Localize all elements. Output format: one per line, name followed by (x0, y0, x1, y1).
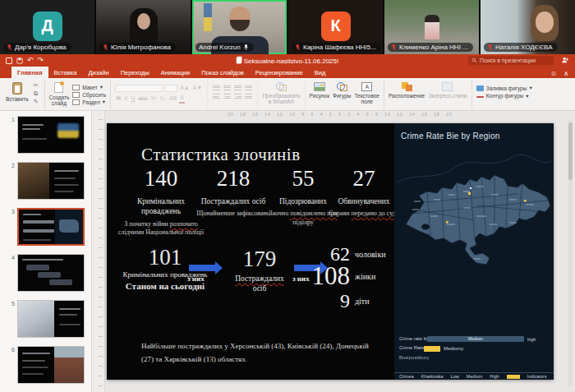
arrange-button[interactable]: Расположение (389, 81, 425, 99)
map-marker-east (524, 200, 527, 202)
align-left-icon[interactable] (212, 93, 221, 100)
search-placeholder: Поиск в презентации (480, 58, 536, 63)
format-painter-icon[interactable]: ✎ (32, 99, 40, 105)
thumbnail-slide-5[interactable]: 5 (5, 300, 91, 338)
underline-button[interactable]: Ч (131, 95, 136, 103)
participant-tile-yuliia[interactable]: Юлія Митрофанова (96, 0, 191, 54)
textbox-button[interactable]: A Текстовоеполе (354, 81, 380, 105)
participant-tile-darya[interactable]: Д Дар'я Коробцова (0, 0, 94, 54)
legend-slider[interactable]: Medium (427, 336, 524, 342)
breakdown-children-value: 9 (304, 290, 350, 312)
numbering-icon[interactable] (223, 84, 232, 91)
collapse-ribbon-icon[interactable]: ∧ (564, 70, 568, 77)
tab-view[interactable]: Вид (309, 67, 332, 78)
clipboard-group: Вставить ✂ ⧉ ✎ (2, 80, 45, 109)
shape-fill-button[interactable]: Заливка фигуры▾ (476, 85, 532, 91)
picture-icon (314, 82, 325, 91)
ribbon: Вставить ✂ ⧉ ✎ Создатьслайд Макет▾ Сброс… (0, 78, 575, 111)
tab-slideshow[interactable]: Показ слайдов (196, 67, 250, 78)
section-button[interactable]: Раздел▾ (72, 99, 106, 105)
documents-image (18, 301, 54, 337)
map-legend: Crime rate by Medium high Crime Rate Med… (394, 335, 554, 362)
strikethrough-button[interactable]: abc (137, 95, 148, 103)
participant-tile-andrei-speaking[interactable]: Andrei Korzun (192, 0, 287, 54)
slide-canvas-area: 20 · 18 · 16 · 14 · 12 · 10 · 8 · 6 · 4 … (105, 111, 575, 392)
participant-name-badge: Наталія ХОДЄЄВА (484, 43, 558, 52)
textbox-icon: A (361, 82, 372, 91)
avatar: Д (33, 12, 62, 41)
legend-yellow-swatch (424, 346, 440, 352)
picture-button[interactable]: Рисунок (310, 81, 330, 99)
breakdown-men-label: чоловіки (355, 250, 386, 259)
paste-icon (12, 82, 22, 95)
thumbnail-slide-1[interactable]: 1 (5, 116, 91, 154)
participant-name-badge: Каріна Шафєєва ННІ5... (292, 43, 381, 52)
indent-increase-icon[interactable] (244, 84, 253, 91)
thumbnail-slide-4[interactable]: 4 (5, 254, 91, 292)
participant-name-badge: Дар'я Коробцова (3, 43, 71, 52)
tab-review[interactable]: Рецензирование (250, 67, 309, 78)
participant-tile-natalia[interactable]: Наталія ХОДЄЄВА (481, 0, 575, 54)
muted-mic-icon (103, 44, 108, 51)
font-size-select[interactable] (164, 85, 177, 92)
grow-font-button[interactable]: A▲ (179, 84, 191, 92)
paste-button[interactable]: Вставить (6, 81, 29, 102)
thumbnail-slide-6[interactable]: 6 (5, 346, 91, 384)
tab-transitions[interactable]: Переходы (115, 67, 155, 78)
screenshot-root: Д Дар'я Коробцова Юлія Митрофанова Andre… (0, 0, 575, 392)
character-spacing-button[interactable]: АВ (168, 95, 177, 103)
align-right-icon[interactable] (233, 93, 242, 100)
shape-outline-icon (476, 96, 484, 98)
shape-outline-button[interactable]: Контур фигуры▾ (476, 93, 532, 99)
subscript-button[interactable]: X₂ (159, 95, 167, 103)
slide-canvas[interactable]: Статистика злочинів 140 Кримінальних про… (107, 123, 554, 380)
feedback-smiley-icon[interactable]: ☺ (550, 70, 557, 77)
participant-tile-klymenko[interactable]: Клименко Аріна ННІ ... (384, 0, 479, 54)
tab-home[interactable]: Главная (12, 67, 48, 78)
italic-button[interactable]: К (124, 95, 129, 103)
participant-name-badge: Юлія Митрофанова (99, 43, 176, 52)
bold-button[interactable]: Ж (115, 95, 122, 103)
slide-footnote: Найбільше постраждалих у Херсонській (43… (141, 339, 371, 366)
justify-icon[interactable] (244, 93, 253, 100)
muted-mic-icon (391, 44, 397, 51)
thumbnail-slide-3-selected[interactable]: 3 (5, 208, 91, 246)
cut-icon[interactable]: ✂ (32, 82, 40, 89)
new-slide-icon (54, 82, 63, 93)
share-user-icon[interactable] (561, 56, 569, 64)
app-icon (6, 58, 12, 64)
arrange-group: Расположение Экспресс-стили (384, 80, 472, 109)
bullets-icon[interactable] (212, 84, 221, 91)
shapes-button[interactable]: Фигуры (333, 81, 351, 99)
new-slide-button[interactable]: Создатьслайд (49, 81, 70, 107)
font-name-select[interactable] (115, 85, 163, 92)
slide-title: Статистика злочинів (141, 145, 301, 165)
slides-group: Создатьслайд Макет▾ Сбросить Раздел▾ (45, 80, 112, 109)
tab-insert[interactable]: Вставка (48, 67, 83, 78)
undo-icon[interactable]: ↶ (27, 57, 34, 64)
map-marker-central (446, 221, 448, 224)
participant-tile-karina[interactable]: К Каріна Шафєєва ННІ5... (288, 0, 383, 54)
align-center-icon[interactable] (223, 93, 232, 100)
redo-icon[interactable]: ↷ (38, 57, 44, 64)
thumbnail-slide-2[interactable]: 2 (5, 162, 91, 200)
save-icon[interactable] (16, 58, 23, 64)
reset-button[interactable]: Сбросить (72, 92, 106, 98)
search-input[interactable]: Поиск в презентации (468, 56, 554, 65)
layout-button[interactable]: Макет▾ (72, 84, 106, 90)
quick-styles-button[interactable]: Экспресс-стили (428, 81, 467, 99)
copy-icon[interactable]: ⧉ (32, 90, 40, 97)
legend-rate-label: Crime Rate (399, 345, 424, 350)
tab-animations[interactable]: Анимации (155, 67, 196, 78)
indent-decrease-icon[interactable] (233, 84, 242, 91)
superscript-button[interactable]: X² (150, 95, 158, 103)
convert-to-smartart-button[interactable]: Преобразоватьв SmartArt (262, 81, 300, 105)
flow-arrow-1-label: з них (187, 274, 205, 283)
font-color-button[interactable]: А (179, 94, 185, 104)
vertical-scrollbar[interactable] (568, 119, 573, 386)
shrink-font-button[interactable]: A▼ (192, 84, 204, 92)
smartart-group: Преобразоватьв SmartArt (258, 80, 305, 109)
tab-design[interactable]: Дизайн (82, 67, 114, 78)
shape-format-group: Заливка фигуры▾ Контур фигуры▾ (472, 80, 536, 109)
photo-image (18, 163, 49, 199)
